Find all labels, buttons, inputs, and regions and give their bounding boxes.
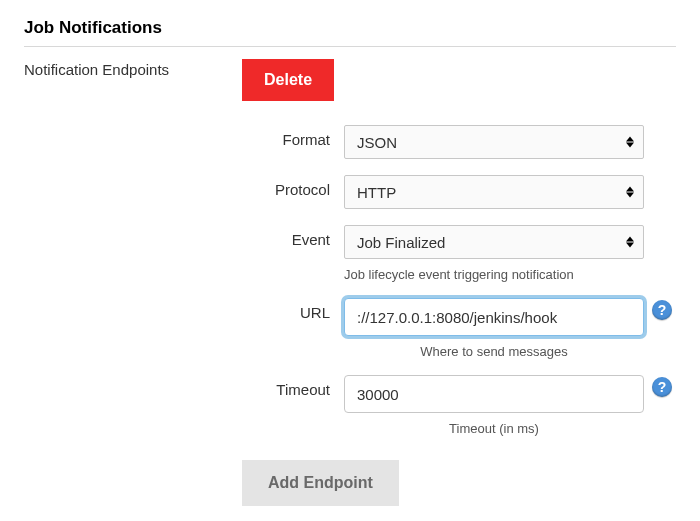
help-icon[interactable]: ? bbox=[652, 300, 672, 320]
endpoint-form: Format JSON Protocol HTTP bbox=[24, 125, 676, 436]
add-endpoint-row: Add Endpoint bbox=[242, 460, 676, 506]
updown-caret-icon bbox=[626, 237, 634, 248]
url-hint: Where to send messages bbox=[344, 344, 644, 359]
protocol-select[interactable]: HTTP bbox=[344, 175, 644, 209]
event-row: Event Job Finalized Job lifecycle event … bbox=[24, 225, 676, 282]
protocol-select-value: HTTP bbox=[357, 184, 396, 201]
event-hint: Job lifecycle event triggering notificat… bbox=[344, 267, 644, 282]
event-label: Event bbox=[24, 225, 344, 248]
format-select[interactable]: JSON bbox=[344, 125, 644, 159]
url-row: URL ? Where to send messages bbox=[24, 298, 676, 359]
format-row: Format JSON bbox=[24, 125, 676, 159]
updown-caret-icon bbox=[626, 187, 634, 198]
timeout-hint: Timeout (in ms) bbox=[344, 421, 644, 436]
format-select-value: JSON bbox=[357, 134, 397, 151]
event-select[interactable]: Job Finalized bbox=[344, 225, 644, 259]
protocol-label: Protocol bbox=[24, 175, 344, 198]
help-icon[interactable]: ? bbox=[652, 377, 672, 397]
add-endpoint-button[interactable]: Add Endpoint bbox=[242, 460, 399, 506]
format-label: Format bbox=[24, 125, 344, 148]
timeout-row: Timeout ? Timeout (in ms) bbox=[24, 375, 676, 436]
protocol-row: Protocol HTTP bbox=[24, 175, 676, 209]
section-title: Job Notifications bbox=[24, 18, 676, 38]
updown-caret-icon bbox=[626, 137, 634, 148]
event-select-value: Job Finalized bbox=[357, 234, 445, 251]
endpoints-header-row: Notification Endpoints Delete bbox=[24, 59, 676, 103]
url-input[interactable] bbox=[344, 298, 644, 336]
section-divider bbox=[24, 46, 676, 47]
timeout-input[interactable] bbox=[344, 375, 644, 413]
timeout-label: Timeout bbox=[24, 375, 344, 398]
url-label: URL bbox=[24, 298, 344, 321]
delete-button[interactable]: Delete bbox=[242, 59, 334, 101]
notification-endpoints-label: Notification Endpoints bbox=[24, 61, 169, 78]
